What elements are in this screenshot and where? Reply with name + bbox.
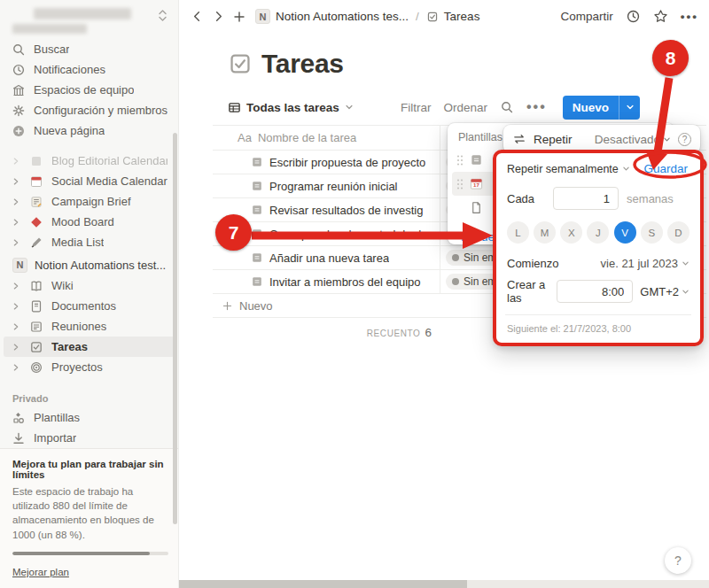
every-value-input[interactable] (553, 187, 619, 210)
note-icon (251, 251, 263, 264)
status-dot-icon (452, 278, 459, 285)
plus-icon (222, 300, 233, 312)
day-toggle-L[interactable]: L (507, 221, 529, 244)
sidebar-item-blog-editorial-calendar[interactable]: Blog Editorial Calendar (4, 151, 175, 171)
day-toggle-M[interactable]: M (534, 221, 556, 244)
drag-handle-icon[interactable] (456, 154, 464, 166)
sidebar-item-label: Reuniones (51, 320, 106, 333)
new-task-button[interactable]: Nuevo (563, 96, 640, 120)
task-name[interactable]: Invitar a miembros del equipo (269, 275, 421, 289)
chevron-right-icon[interactable] (11, 177, 20, 186)
breadcrumb-current-page[interactable]: Tareas (426, 10, 480, 23)
workspace-switcher-icon[interactable] (158, 9, 168, 22)
chevron-right-icon[interactable] (11, 363, 20, 372)
chevron-right-icon[interactable] (11, 282, 20, 290)
create-time-input[interactable] (557, 280, 633, 303)
chevron-right-icon[interactable] (11, 238, 20, 247)
topbar: N Notion Automations tes... / Tareas Com… (179, 0, 709, 33)
book-icon (28, 278, 43, 293)
workspace-switcher[interactable] (0, 0, 178, 39)
drag-handle-icon[interactable] (456, 178, 464, 190)
breadcrumb-separator: / (416, 10, 419, 23)
star-icon[interactable] (653, 9, 668, 24)
day-toggle-J[interactable]: J (587, 221, 609, 244)
breadcrumb-workspace[interactable]: N Notion Automations tes... (255, 9, 409, 24)
repeat-help-icon[interactable]: ? (678, 133, 691, 146)
task-name[interactable]: Crear paneles de control de d (269, 228, 421, 241)
target-icon (28, 360, 43, 375)
sidebar-workspace-root[interactable]: N Notion Automations test... (4, 254, 175, 275)
day-toggle-S[interactable]: S (641, 221, 663, 244)
task-name[interactable]: Programar reunión inicial (269, 180, 398, 193)
help-button[interactable]: ? (665, 547, 691, 574)
plus-circle-icon (11, 123, 26, 138)
note-icon (470, 153, 483, 166)
plan-title: Mejora tu plan para trabajar sin límites (12, 459, 166, 480)
chevron-right-icon[interactable] (11, 197, 20, 206)
sidebar-item-proyectos[interactable]: Proyectos (4, 357, 175, 377)
frequency-select[interactable]: Repetir semanalmente (507, 163, 630, 175)
timezone-select[interactable]: GMT+2 (640, 285, 690, 298)
forward-icon[interactable] (207, 6, 229, 27)
sidebar-item-label: Espacios de equipo (34, 83, 134, 97)
day-toggle-X[interactable]: X (560, 221, 582, 244)
calendar-17-icon: 17 (470, 177, 483, 190)
sidebar-item-plantillas[interactable]: Plantillas (4, 407, 175, 428)
sidebar-item-label: Wiki (51, 279, 74, 292)
task-name[interactable]: Revisar resultados de investig (269, 204, 423, 217)
sidebar-item-nueva-pagina[interactable]: Nueva página (4, 120, 175, 141)
sidebar-scrollbar[interactable] (173, 133, 177, 524)
horizontal-scrollbar-thumb[interactable] (179, 580, 467, 588)
sidebar-item-label: Proyectos (51, 360, 103, 374)
add-page-icon[interactable] (229, 6, 250, 27)
view-tab-todas-las-tareas[interactable]: Todas las tareas (228, 101, 354, 114)
sidebar-item-label: Blog Editorial Calendar (51, 154, 168, 167)
sidebar-item-tareas[interactable]: Tareas (4, 337, 175, 357)
sidebar-item-campaign-brief[interactable]: Campaign Brief (4, 191, 175, 212)
sidebar-item-label: Tareas (51, 340, 88, 353)
svg-text:17: 17 (473, 182, 479, 188)
sidebar-item-notificaciones[interactable]: Notificaciones (4, 59, 175, 80)
note-icon (251, 228, 263, 240)
filter-button[interactable]: Filtrar (401, 101, 432, 114)
horizontal-scrollbar[interactable] (179, 580, 709, 588)
upgrade-plan-link[interactable]: Mejorar plan (12, 567, 69, 577)
sidebar-item-reuniones[interactable]: Reuniones (4, 316, 175, 337)
day-toggle-D[interactable]: D (667, 221, 690, 244)
sidebar-item-wiki[interactable]: Wiki (4, 275, 175, 296)
sidebar-item-media-list[interactable]: Media List (4, 232, 175, 252)
chevron-right-icon[interactable] (11, 322, 20, 331)
sidebar-item-espacios-de-equipo[interactable]: Espacios de equipo (4, 80, 175, 100)
chevron-right-icon[interactable] (11, 343, 20, 352)
new-button-chevron[interactable] (619, 96, 640, 120)
task-name[interactable]: Añadir una nueva tarea (269, 251, 389, 265)
plus-icon: + (458, 229, 466, 245)
sidebar-item-configuracion[interactable]: Configuración y miembros (4, 100, 175, 120)
sidebar-item-social-media-calendar[interactable]: Social Media Calendar (4, 171, 175, 191)
back-icon[interactable] (186, 6, 207, 27)
share-button[interactable]: Compartir (561, 10, 613, 23)
sort-button[interactable]: Ordenar (443, 101, 487, 114)
search-icon[interactable] (500, 100, 514, 114)
sidebar-item-documentos[interactable]: Documentos (4, 296, 175, 316)
view-more-icon[interactable]: ••• (526, 99, 547, 115)
sidebar-item-importar[interactable]: Importar (4, 428, 175, 448)
sidebar-item-buscar[interactable]: Buscar (4, 39, 175, 59)
history-icon[interactable] (626, 9, 641, 24)
day-toggle-V-selected[interactable]: V (614, 221, 636, 244)
chevron-right-icon[interactable] (11, 218, 20, 227)
repeat-menu-value[interactable]: Desactivado (595, 133, 671, 146)
start-date-select[interactable]: vie. 21 jul 2023 (601, 257, 690, 270)
table-view-icon (228, 101, 241, 114)
search-icon (11, 42, 26, 57)
column-header-label[interactable]: Nombre de la tarea (258, 131, 356, 144)
sidebar-item-mood-board[interactable]: Mood Board (4, 212, 175, 232)
chevron-right-icon[interactable] (11, 302, 20, 311)
task-name[interactable]: Escribir propuesta de proyecto (269, 156, 425, 169)
create-time-label: Crear a las (507, 278, 549, 305)
teamspaces-icon (11, 82, 26, 97)
more-options-icon[interactable]: ••• (681, 10, 698, 23)
save-button[interactable]: Guardar (643, 162, 690, 175)
sidebar-item-label: Plantillas (34, 411, 80, 424)
chevron-right-icon[interactable] (11, 157, 20, 166)
